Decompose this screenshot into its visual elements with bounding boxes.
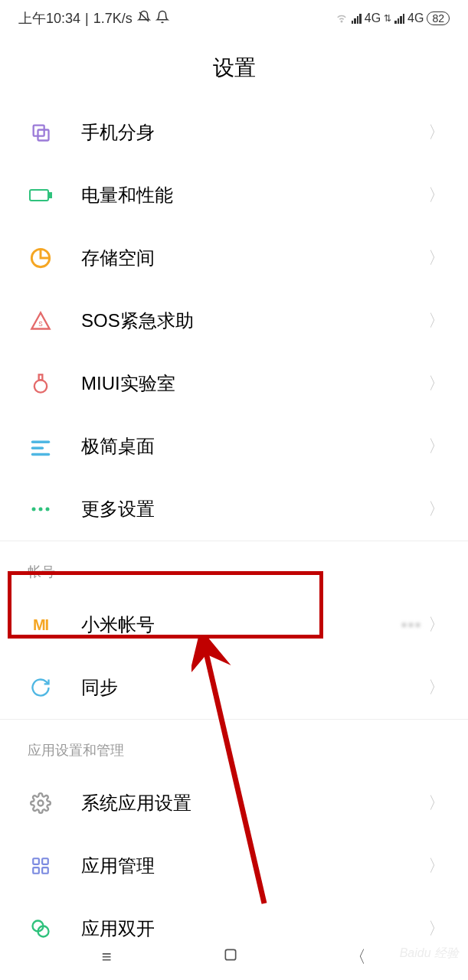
- nav-back-button[interactable]: 〈: [349, 946, 366, 969]
- dnd-icon: [137, 10, 151, 28]
- section-header-apps: 应用设置和管理: [0, 719, 468, 772]
- svg-rect-19: [42, 867, 48, 874]
- svg-point-13: [39, 508, 43, 511]
- svg-point-0: [341, 21, 342, 22]
- lab-icon: [28, 371, 54, 397]
- settings-list: 手机分身 〉 电量和性能 〉 存储空间 〉 S SOS紧急求助 〉 MIUI实验…: [0, 101, 468, 960]
- signal-bars-2: [394, 13, 404, 24]
- row-system-apps[interactable]: 系统应用设置 〉: [0, 772, 468, 835]
- status-bar: 上午10:34 | 1.7K/s 4G ⇅ 4G 82: [0, 0, 468, 37]
- svg-rect-3: [30, 190, 48, 201]
- row-label: 更多设置: [81, 497, 428, 521]
- row-miui-lab[interactable]: MIUI实验室 〉: [0, 352, 468, 415]
- row-label: 同步: [81, 675, 428, 700]
- chevron-right-icon: 〉: [428, 854, 445, 877]
- section-header-account: 帐号: [0, 541, 468, 593]
- net-label-1: 4G: [365, 11, 381, 25]
- row-label: 小米帐号: [81, 612, 401, 637]
- battery-indicator: 82: [427, 11, 450, 25]
- svg-rect-8: [39, 374, 43, 380]
- row-value: •••: [401, 616, 422, 634]
- sync-icon: [28, 675, 54, 701]
- svg-rect-4: [49, 193, 51, 198]
- row-label: MIUI实验室: [81, 371, 428, 396]
- status-time: 上午10:34: [18, 9, 80, 28]
- row-battery-perf[interactable]: 电量和性能 〉: [0, 164, 468, 227]
- row-app-manage[interactable]: 应用管理 〉: [0, 835, 468, 897]
- svg-point-15: [38, 801, 44, 806]
- nav-home-button[interactable]: [223, 947, 238, 967]
- status-left: 上午10:34 | 1.7K/s: [18, 9, 169, 28]
- data-arrows-icon: ⇅: [384, 13, 391, 24]
- status-right: 4G ⇅ 4G 82: [335, 10, 450, 27]
- row-label: 电量和性能: [81, 183, 428, 207]
- mi-logo-icon: MI: [28, 612, 54, 638]
- svg-rect-18: [33, 867, 39, 874]
- row-label: SOS紧急求助: [81, 309, 428, 333]
- bell-icon: [155, 10, 169, 28]
- gear-icon: [28, 790, 54, 816]
- more-icon: [28, 496, 54, 522]
- row-label: 存储空间: [81, 246, 428, 270]
- row-label: 系统应用设置: [81, 791, 428, 815]
- row-simple-desktop[interactable]: 极简桌面 〉: [0, 415, 468, 478]
- signal-bars-1: [352, 13, 362, 24]
- row-phone-clone[interactable]: 手机分身 〉: [0, 101, 468, 164]
- svg-point-7: [34, 380, 47, 392]
- chevron-right-icon: 〉: [428, 792, 445, 815]
- chevron-right-icon: 〉: [428, 498, 445, 521]
- phone-clone-icon: [28, 119, 54, 145]
- chevron-right-icon: 〉: [428, 372, 445, 395]
- svg-rect-17: [42, 858, 48, 864]
- row-label: 极简桌面: [81, 434, 428, 459]
- chevron-right-icon: 〉: [428, 121, 445, 144]
- nav-menu-button[interactable]: ≡: [102, 947, 112, 967]
- net-label-2: 4G: [407, 11, 424, 25]
- chevron-right-icon: 〉: [428, 247, 445, 270]
- row-label: 手机分身: [81, 120, 428, 145]
- svg-text:S: S: [38, 321, 43, 328]
- svg-point-12: [32, 508, 36, 511]
- desktop-icon: [28, 433, 54, 459]
- chevron-right-icon: 〉: [428, 676, 445, 699]
- chevron-right-icon: 〉: [428, 184, 445, 207]
- nav-bar: ≡ 〈: [0, 934, 468, 980]
- row-sync[interactable]: 同步 〉: [0, 656, 468, 719]
- storage-icon: [28, 245, 54, 271]
- svg-point-14: [46, 508, 50, 511]
- row-label: 应用管理: [81, 854, 428, 878]
- row-mi-account[interactable]: MI 小米帐号 ••• 〉: [0, 593, 468, 656]
- row-sos[interactable]: S SOS紧急求助 〉: [0, 289, 468, 352]
- wifi-icon: [335, 10, 349, 27]
- battery-icon: [28, 182, 54, 208]
- sos-icon: S: [28, 308, 54, 334]
- chevron-right-icon: 〉: [428, 435, 445, 458]
- grid-icon: [28, 853, 54, 879]
- row-storage[interactable]: 存储空间 〉: [0, 227, 468, 289]
- status-speed: 1.7K/s: [93, 11, 133, 27]
- chevron-right-icon: 〉: [428, 613, 445, 636]
- svg-rect-16: [33, 858, 39, 864]
- page-title: 设置: [0, 37, 468, 101]
- chevron-right-icon: 〉: [428, 309, 445, 332]
- row-more-settings[interactable]: 更多设置 〉: [0, 478, 468, 541]
- svg-rect-23: [225, 949, 235, 959]
